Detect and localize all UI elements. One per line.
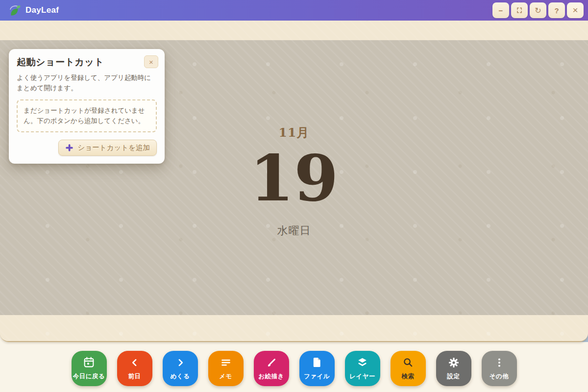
toolbar-button[interactable]: めくる	[163, 351, 198, 386]
add-shortcut-label: ショートカットを追加	[78, 143, 150, 152]
file-icon	[311, 357, 322, 368]
toolbar-button-label: 検索	[402, 372, 415, 381]
panel-footer: ショートカットを追加	[17, 140, 157, 156]
panel-close-button[interactable]: ×	[144, 55, 158, 68]
panel-title: 起動ショートカット	[17, 56, 157, 69]
add-shortcut-button[interactable]: ショートカットを追加	[58, 140, 157, 156]
toolbar-button[interactable]: 設定	[436, 351, 471, 386]
more-icon	[494, 357, 505, 368]
weekday-label: 水曜日	[0, 223, 588, 238]
toolbar-button[interactable]: 前日	[117, 351, 152, 386]
titlebar: DayLeaf − ↻ ? ×	[0, 0, 588, 21]
toolbar-button-label: メモ	[219, 372, 232, 381]
minimize-button[interactable]: −	[492, 2, 509, 18]
page-bottom-margin	[0, 315, 588, 341]
toolbar-button-label: ファイル	[304, 372, 330, 381]
reload-icon: ↻	[535, 6, 541, 15]
brush-icon	[266, 357, 277, 368]
window-controls: − ↻ ? ×	[492, 2, 584, 18]
toolbar-button[interactable]: 今日に戻る	[72, 351, 107, 386]
help-button[interactable]: ?	[548, 2, 565, 18]
chevron-left-icon	[130, 357, 140, 368]
toolbar-button[interactable]: ファイル	[299, 351, 335, 386]
close-icon: ×	[572, 5, 578, 16]
toolbar-button-label: お絵描き	[258, 372, 284, 381]
calendar-today-icon	[83, 357, 95, 368]
search-icon	[402, 357, 414, 368]
plus-icon	[65, 144, 74, 152]
empty-state-message: まだショートカットが登録されていません。下のボタンから追加してください。	[17, 99, 157, 132]
fullscreen-button[interactable]	[511, 2, 528, 18]
toolbar-button[interactable]: メモ	[208, 351, 244, 386]
fullscreen-icon	[516, 7, 523, 14]
notes-icon	[220, 357, 232, 368]
toolbar-button[interactable]: お絵描き	[254, 351, 289, 386]
minimize-icon: −	[499, 6, 503, 15]
toolbar-button-label: 前日	[128, 372, 141, 381]
toolbar-button[interactable]: その他	[482, 351, 517, 386]
app-title: DayLeaf	[25, 5, 59, 15]
panel-close-icon: ×	[149, 58, 153, 66]
gear-icon	[448, 357, 460, 368]
layers-icon	[356, 357, 368, 368]
toolbar-button[interactable]: レイヤー	[345, 351, 380, 386]
startup-shortcut-panel: 起動ショートカット × よく使うアプリを登録して、アプリ起動時にまとめて開けます…	[9, 49, 165, 164]
help-icon: ?	[554, 6, 559, 15]
toolbar-button[interactable]: 検索	[391, 351, 426, 386]
toolbar-button-label: レイヤー	[349, 372, 375, 381]
chevron-right-icon	[175, 357, 185, 368]
toolbar-button-label: 設定	[447, 372, 460, 381]
reload-button[interactable]: ↻	[530, 2, 546, 18]
toolbar-button-label: 今日に戻る	[73, 372, 105, 381]
panel-description: よく使うアプリを登録して、アプリ起動時にまとめて開けます。	[17, 73, 157, 94]
bottom-toolbar: 今日に戻る 前日 めくる メモ	[0, 351, 588, 386]
close-button[interactable]: ×	[567, 2, 584, 18]
toolbar-button-label: めくる	[171, 372, 190, 381]
toolbar-button-label: その他	[490, 372, 509, 381]
page-top-margin	[0, 21, 588, 40]
dayleaf-leaf-logo-icon	[8, 4, 22, 17]
